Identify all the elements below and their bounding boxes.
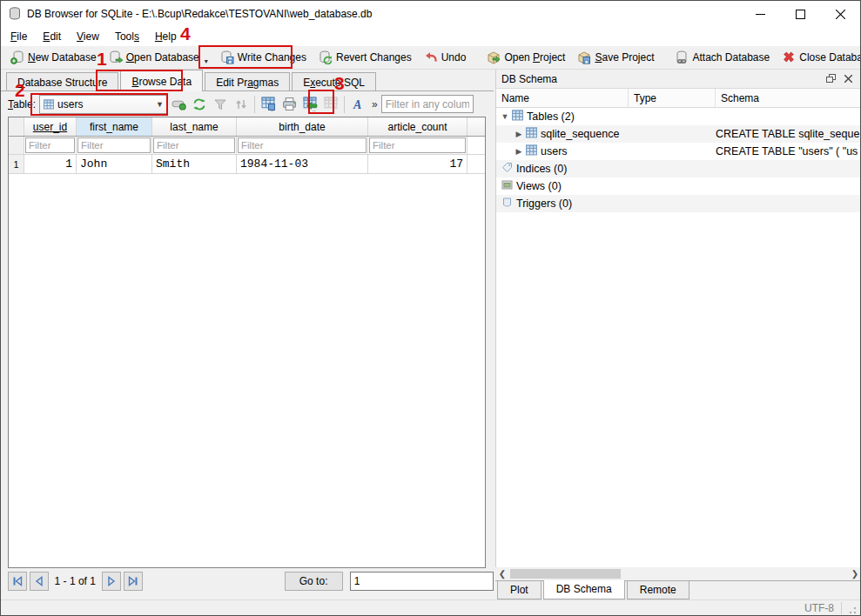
close-panel-icon[interactable]: [839, 72, 857, 86]
table-row: 1 1 John Smith 1984-11-03 17: [9, 155, 485, 174]
next-record-button[interactable]: [102, 572, 121, 591]
grid-header-row: user_id first_name last_name birth_date …: [9, 117, 485, 137]
chevron-right-icon[interactable]: ▶: [514, 130, 524, 138]
print-button[interactable]: [279, 94, 299, 115]
menu-edit[interactable]: Edit: [35, 28, 69, 45]
database-attach-icon: [675, 50, 689, 64]
scrollbar-thumb[interactable]: [510, 569, 621, 579]
last-record-button[interactable]: [124, 572, 143, 591]
column-header-first-name[interactable]: first_name: [77, 117, 152, 136]
record-range-text: 1 - 1 of 1: [55, 575, 96, 587]
menu-tools[interactable]: Tools: [107, 28, 147, 45]
db-schema-title-bar: DB Schema: [496, 70, 861, 89]
schema-horizontal-scrollbar[interactable]: ❮ ❯: [495, 567, 861, 580]
open-database-dropdown-arrow[interactable]: ▾: [205, 57, 208, 68]
column-header-article-count[interactable]: article_count: [368, 117, 467, 136]
menu-bar: File Edit View Tools Help: [1, 27, 860, 46]
menu-help[interactable]: Help: [147, 28, 185, 45]
tab-db-schema[interactable]: DB Schema: [543, 580, 625, 599]
schema-col-type[interactable]: Type: [629, 89, 716, 107]
menu-file[interactable]: File: [3, 28, 35, 45]
database-open-icon: [109, 50, 123, 64]
attach-database-button[interactable]: Attach Database: [669, 47, 776, 68]
scroll-left-arrow[interactable]: ❮: [495, 569, 509, 579]
float-panel-icon[interactable]: [822, 72, 839, 86]
tab-database-structure[interactable]: Database Structure: [6, 72, 118, 91]
filter-input-first-name[interactable]: [77, 137, 151, 153]
column-header-birth-date[interactable]: birth_date: [237, 117, 368, 136]
cell-birth-date[interactable]: 1984-11-03: [237, 155, 368, 173]
table-icon: [526, 127, 537, 141]
column-header-last-name[interactable]: last_name: [152, 117, 237, 136]
scroll-right-arrow[interactable]: ❯: [848, 569, 861, 579]
goto-button[interactable]: Go to:: [285, 572, 343, 591]
column-header-user-id[interactable]: user_id: [24, 117, 77, 136]
maximize-button[interactable]: [780, 1, 820, 27]
filter-input-last-name[interactable]: [153, 137, 235, 153]
close-button[interactable]: [820, 1, 860, 27]
save-results-button[interactable]: [258, 94, 279, 115]
database-write-icon: [220, 50, 234, 64]
revert-changes-button[interactable]: Revert Changes: [313, 47, 418, 68]
tab-remote[interactable]: Remote: [627, 581, 689, 599]
chevron-down-icon[interactable]: ▼: [500, 112, 510, 121]
row-number[interactable]: 1: [9, 155, 24, 173]
schema-col-schema[interactable]: Schema: [716, 89, 861, 107]
tree-item-triggers[interactable]: Triggers (0): [496, 195, 861, 212]
goto-record-input[interactable]: [350, 572, 494, 591]
menu-view[interactable]: View: [69, 28, 107, 45]
title-bar: DB Browser for SQLite - E:\.Bcup\Redakce…: [1, 1, 860, 27]
close-database-button[interactable]: Close Database: [776, 47, 861, 68]
first-record-button[interactable]: [8, 572, 27, 591]
tree-item-users[interactable]: ▶ users CREATE TABLE "users" ( "us: [496, 143, 861, 160]
open-database-button[interactable]: Open Database ▾: [103, 47, 214, 68]
undo-button[interactable]: Undo: [418, 47, 473, 68]
filter-input-article-count[interactable]: [369, 137, 466, 153]
table-icon: [512, 110, 523, 124]
resize-grip[interactable]: [847, 605, 858, 615]
insert-record-button[interactable]: [299, 94, 320, 115]
write-changes-button[interactable]: Write Changes: [214, 47, 313, 68]
tab-edit-pragmas[interactable]: Edit Pragmas: [205, 72, 290, 91]
table-icon: [526, 144, 537, 158]
cell-first-name[interactable]: John: [77, 155, 152, 173]
status-separator: [841, 602, 842, 614]
tree-item-tables[interactable]: ▼ Tables (2): [496, 108, 861, 125]
cell-user-id[interactable]: 1: [24, 155, 77, 173]
refresh-button[interactable]: [189, 94, 210, 115]
chevron-down-icon: ▼: [156, 100, 164, 109]
minimize-button[interactable]: [740, 1, 780, 27]
font-settings-button[interactable]: A: [347, 94, 368, 115]
schema-col-name[interactable]: Name: [496, 89, 629, 107]
previous-record-button[interactable]: [30, 572, 49, 591]
cell-article-count[interactable]: 17: [368, 155, 467, 173]
encoding-indicator[interactable]: UTF-8: [804, 602, 841, 614]
tab-plot[interactable]: Plot: [497, 581, 541, 599]
tree-item-views[interactable]: Views (0): [496, 177, 861, 195]
sort-columns-button[interactable]: [231, 94, 252, 115]
chevron-right-icon[interactable]: ▶: [514, 147, 524, 156]
table-selector-dropdown[interactable]: users ▼: [39, 95, 168, 114]
tree-item-indices[interactable]: Indices (0): [496, 160, 861, 177]
record-navigation: 1 - 1 of 1 Go to:: [1, 568, 494, 594]
svg-text:A: A: [353, 98, 361, 111]
new-database-button[interactable]: New Database: [4, 47, 103, 68]
status-bar: UTF-8: [1, 599, 860, 616]
open-project-button[interactable]: Open Project: [481, 47, 571, 68]
grid-filter-row: [9, 137, 485, 155]
project-save-icon: [577, 50, 591, 64]
window-controls: [740, 1, 860, 27]
tab-execute-sql[interactable]: Execute SQL: [292, 72, 376, 91]
filter-any-column-input[interactable]: [381, 95, 474, 113]
clear-filters-button[interactable]: [210, 94, 231, 115]
tab-browse-data[interactable]: Browse Data: [120, 70, 203, 91]
cell-last-name[interactable]: Smith: [152, 155, 237, 173]
filter-input-birth-date[interactable]: [238, 137, 367, 153]
save-project-button[interactable]: Save Project: [571, 47, 660, 68]
filter-input-user-id[interactable]: [25, 137, 75, 153]
unlock-view-editing-button[interactable]: [168, 94, 189, 115]
delete-record-button[interactable]: [320, 94, 341, 115]
tree-item-sqlite-sequence[interactable]: ▶ sqlite_sequence CREATE TABLE sqlite_se…: [496, 125, 861, 143]
grid-corner[interactable]: [9, 117, 24, 136]
toolbar-overflow-chevron[interactable]: »: [372, 98, 378, 110]
